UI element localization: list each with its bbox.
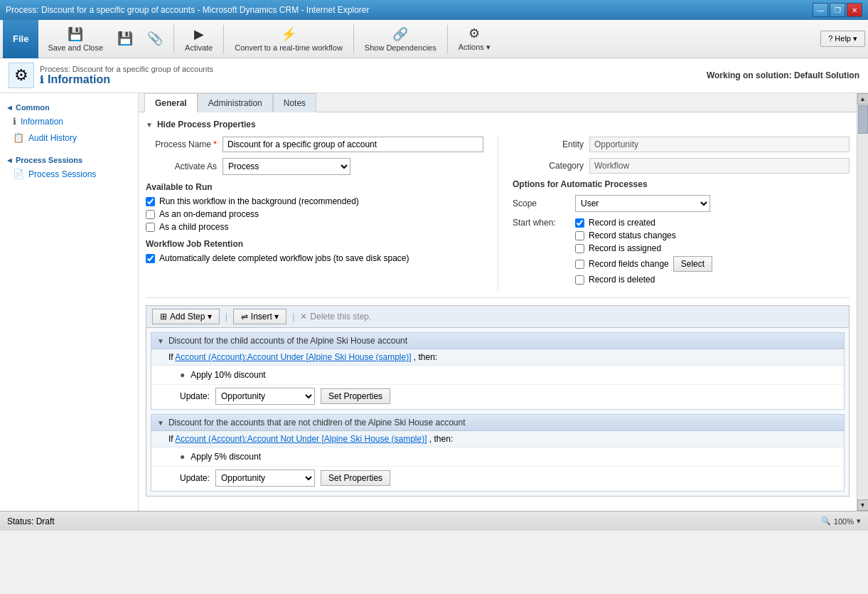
record-fields-row: Record fields change Select: [575, 256, 712, 272]
information-sidebar-icon: ℹ: [13, 116, 16, 127]
run-background-checkbox[interactable]: [146, 197, 155, 206]
activate-as-row: Activate As Process: [146, 158, 483, 175]
show-deps-icon: 🔗: [392, 26, 408, 42]
step1-update-label: Update:: [180, 391, 210, 401]
insert-button[interactable]: ⇌ Insert ▾: [233, 309, 286, 324]
actions-button[interactable]: ⚙ Actions ▾: [452, 22, 497, 56]
title-bar: Process: Discount for a specific group o…: [0, 0, 868, 20]
common-section-label: ◄ Common: [6, 103, 50, 112]
form-right: Entity Category Options for Automatic Pr…: [498, 137, 850, 290]
step1-action-text: Apply 10% discount: [191, 370, 265, 380]
step2-action-row: ● Apply 5% discount: [151, 447, 844, 466]
child-process-label: As a child process: [159, 222, 228, 232]
scope-select[interactable]: User: [575, 195, 710, 212]
activate-icon: ▶: [194, 26, 204, 42]
help-button[interactable]: ? Help ▾: [820, 31, 865, 47]
delete-step-button[interactable]: ✕ Delete this step.: [300, 312, 371, 322]
record-assigned-checkbox[interactable]: [575, 244, 584, 253]
insert-label: Insert ▾: [251, 312, 279, 322]
zoom-label: 100%: [834, 517, 854, 526]
scope-label: Scope: [513, 198, 569, 208]
tab-administration[interactable]: Administration: [198, 93, 273, 112]
sidebar-section-common: ◄ Common: [0, 99, 138, 113]
step1-update-row: Update: Opportunity Set Properties: [151, 384, 844, 409]
tab-notes[interactable]: Notes: [273, 93, 316, 112]
close-button[interactable]: ✕: [847, 3, 862, 17]
step-toolbar: ⊞ Add Step ▾ | ⇌ Insert ▾ | ✕ Delete thi…: [146, 306, 849, 328]
on-demand-checkbox[interactable]: [146, 210, 155, 219]
delete-icon: ✕: [300, 312, 307, 322]
record-status-label: Record status changes: [589, 230, 676, 240]
activate-as-select[interactable]: Process: [223, 158, 350, 175]
tab-general[interactable]: General: [144, 93, 198, 112]
step2-update-row: Update: Opportunity Set Properties: [151, 466, 844, 491]
status-label: Status: Draft: [7, 516, 55, 526]
start-when-row: Start when: Record is created Record sta…: [513, 218, 850, 285]
required-star: *: [213, 139, 217, 149]
attach-button[interactable]: 📎: [141, 22, 169, 56]
auto-delete-checkbox[interactable]: [146, 254, 155, 263]
page-title: ℹ Information: [40, 73, 213, 86]
auto-delete-row: Automatically delete completed workflow …: [146, 253, 483, 263]
step2-condition-link[interactable]: Account (Account):Account Not Under [Alp…: [175, 434, 427, 444]
select-button[interactable]: Select: [673, 256, 712, 272]
step1-action-row: ● Apply 10% discount: [151, 366, 844, 384]
record-fields-checkbox[interactable]: [575, 260, 584, 269]
record-created-checkbox[interactable]: [575, 218, 584, 228]
step1-collapse-icon[interactable]: ▼: [157, 337, 164, 345]
child-process-checkbox[interactable]: [146, 223, 155, 232]
file-button[interactable]: File: [3, 20, 38, 58]
step2-action-text: Apply 5% discount: [191, 452, 261, 462]
scroll-down-button[interactable]: ▼: [857, 499, 869, 511]
record-assigned-row: Record is assigned: [575, 243, 712, 253]
scroll-thumb[interactable]: [858, 105, 868, 134]
step2-update-select[interactable]: Opportunity: [215, 470, 315, 487]
section-title: Hide Process Properties: [157, 120, 256, 129]
convert-button[interactable]: ⚡ Convert to a real-time workflow: [228, 22, 349, 56]
record-deleted-row: Record is deleted: [575, 275, 712, 285]
save-button[interactable]: 💾: [111, 22, 139, 56]
step2-collapse-icon[interactable]: ▼: [157, 419, 164, 427]
zoom-dropdown-icon[interactable]: ▾: [857, 516, 861, 526]
main-layout: ◄ Common ℹ Information 📋 Audit History ◄…: [0, 93, 868, 511]
ribbon-sep-1: [173, 25, 174, 53]
sidebar-section-process-sessions: ◄ Process Sessions: [0, 152, 138, 166]
sidebar-item-information[interactable]: ℹ Information: [0, 113, 138, 129]
record-created-row: Record is created: [575, 218, 712, 228]
tab-general-label: General: [155, 98, 187, 108]
tab-notes-label: Notes: [284, 98, 306, 108]
workflow-step-1: ▼ Discount for the child accounts of the…: [151, 332, 845, 410]
page-title-text: Information: [48, 73, 110, 86]
scroll-track: [857, 105, 869, 499]
run-background-label: Run this workflow in the background (rec…: [159, 196, 359, 206]
process-name-input[interactable]: [223, 137, 483, 152]
record-deleted-label: Record is deleted: [589, 275, 655, 285]
activate-button[interactable]: ▶ Activate: [178, 22, 219, 56]
show-deps-button[interactable]: 🔗 Show Dependencies: [358, 22, 443, 56]
section-header[interactable]: ▼ Hide Process Properties: [146, 120, 850, 129]
add-step-label: Add Step ▾: [170, 312, 212, 322]
step1-condition-link[interactable]: Account (Account):Account Under [Alpine …: [175, 352, 411, 362]
save-close-button[interactable]: 💾 Save and Close: [41, 22, 109, 56]
on-demand-label: As an on-demand process: [159, 209, 259, 219]
record-deleted-checkbox[interactable]: [575, 275, 584, 285]
page-header: ⚙ Process: Discount for a specific group…: [0, 58, 868, 93]
step1-update-select[interactable]: Opportunity: [215, 388, 315, 405]
activate-label: Activate: [185, 43, 213, 52]
add-step-button[interactable]: ⊞ Add Step ▾: [152, 309, 220, 324]
sidebar-item-audit-history[interactable]: 📋 Audit History: [0, 129, 138, 146]
convert-label: Convert to a real-time workflow: [235, 43, 343, 52]
record-status-checkbox[interactable]: [575, 231, 584, 240]
step2-set-props-button[interactable]: Set Properties: [321, 470, 390, 486]
record-assigned-label: Record is assigned: [589, 243, 661, 253]
add-step-icon: ⊞: [160, 312, 167, 322]
step1-set-props-button[interactable]: Set Properties: [321, 388, 390, 404]
sidebar-item-process-sessions[interactable]: 📄 Process Sessions: [0, 166, 138, 182]
solution-label: Working on solution: Default Solution: [707, 70, 859, 80]
process-name-label: Process Name *: [146, 139, 217, 149]
toolbar-sep-2: |: [292, 312, 294, 322]
minimize-button[interactable]: —: [813, 3, 828, 17]
scroll-up-button[interactable]: ▲: [857, 93, 869, 105]
step1-condition-row: If Account (Account):Account Under [Alpi…: [151, 349, 844, 366]
restore-button[interactable]: ❐: [830, 3, 845, 17]
